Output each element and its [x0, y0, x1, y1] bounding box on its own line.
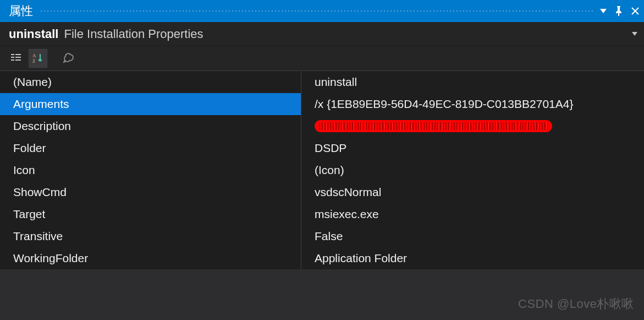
- property-row[interactable]: WorkingFolderApplication Folder: [0, 247, 644, 269]
- titlebar-grip[interactable]: [40, 9, 593, 13]
- selected-object-type: File Installation Properties: [64, 27, 203, 41]
- object-dropdown-icon[interactable]: [632, 32, 637, 36]
- property-pages-button[interactable]: [59, 49, 78, 68]
- property-row[interactable]: FolderDSDP: [0, 137, 644, 159]
- titlebar-controls: [600, 6, 640, 16]
- property-row[interactable]: Icon(Icon): [0, 159, 644, 181]
- property-name: Arguments: [0, 93, 301, 115]
- svg-rect-0: [11, 54, 14, 55]
- object-header: uninstall File Installation Properties: [0, 22, 644, 46]
- property-value[interactable]: (Icon): [301, 159, 644, 181]
- categorized-button[interactable]: [7, 49, 25, 68]
- property-row[interactable]: ShowCmdvsdscNormal: [0, 181, 644, 203]
- property-name: Target: [0, 203, 301, 225]
- properties-toolbar: A Z: [0, 46, 644, 70]
- property-grid: (Name)uninstallArguments/x {1EB89EB9-56D…: [0, 70, 644, 269]
- watermark: CSDN @Love朴啾啾: [518, 296, 634, 312]
- property-row[interactable]: Targetmsiexec.exe: [0, 203, 644, 225]
- property-name: Transitive: [0, 225, 301, 247]
- svg-rect-1: [15, 54, 21, 55]
- window-position-menu-icon[interactable]: [600, 9, 607, 13]
- panel-titlebar: 属性: [0, 0, 644, 22]
- selected-object-name: uninstall: [9, 27, 58, 41]
- svg-rect-5: [15, 59, 21, 61]
- property-value[interactable]: DSDP: [301, 137, 644, 159]
- property-row[interactable]: (Name)uninstall: [0, 71, 644, 93]
- property-value[interactable]: msiexec.exe: [301, 203, 644, 225]
- svg-text:Z: Z: [32, 58, 36, 64]
- svg-text:A: A: [32, 53, 36, 58]
- property-row[interactable]: Arguments/x {1EB89EB9-56D4-49EC-819D-C01…: [0, 93, 644, 115]
- property-row[interactable]: TransitiveFalse: [0, 225, 644, 247]
- alphabetical-button[interactable]: A Z: [29, 49, 47, 68]
- panel-title: 属性: [9, 3, 33, 19]
- property-name: WorkingFolder: [0, 247, 301, 269]
- redacted-value: [315, 120, 552, 132]
- close-icon[interactable]: [631, 7, 640, 15]
- property-name: Icon: [0, 159, 301, 181]
- property-value[interactable]: uninstall: [301, 71, 644, 93]
- property-name: Folder: [0, 137, 301, 159]
- property-value[interactable]: vsdscNormal: [301, 181, 644, 203]
- svg-rect-3: [15, 57, 21, 58]
- property-name: (Name): [0, 71, 301, 93]
- property-row[interactable]: Description: [0, 115, 644, 137]
- property-name: ShowCmd: [0, 181, 301, 203]
- pin-icon[interactable]: [614, 6, 623, 16]
- property-value[interactable]: [301, 115, 644, 137]
- svg-rect-4: [11, 59, 14, 61]
- property-value[interactable]: /x {1EB89EB9-56D4-49EC-819D-C013BB2701A4…: [301, 93, 644, 115]
- svg-rect-2: [11, 57, 14, 58]
- property-value[interactable]: Application Folder: [301, 247, 644, 269]
- property-name: Description: [0, 115, 301, 137]
- property-value[interactable]: False: [301, 225, 644, 247]
